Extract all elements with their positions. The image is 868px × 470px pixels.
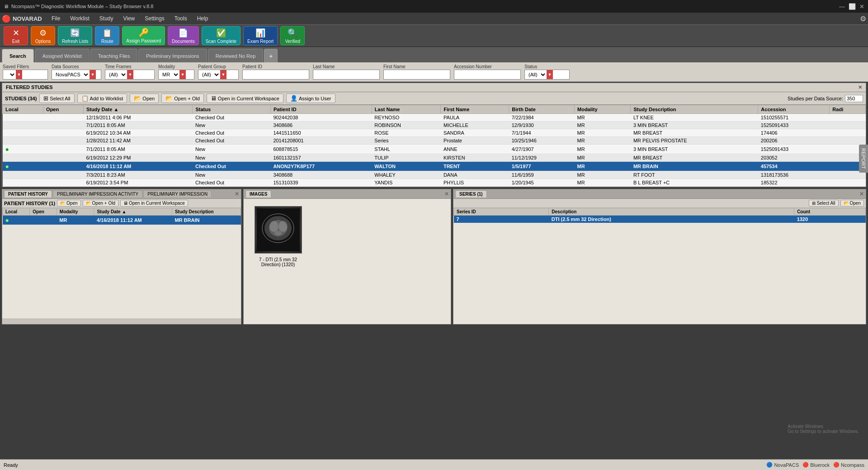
image-thumbnail[interactable] [255, 206, 302, 254]
gear-icon[interactable]: ⚙ [860, 15, 866, 23]
ph-col-modality[interactable]: Modality [57, 208, 94, 216]
table-row[interactable]: 12/19/2011 4:06 PMChecked Out902442038RE… [3, 114, 866, 122]
ph-open-workspace-button[interactable]: 🖥 Open in Current Workspace [120, 200, 188, 207]
series-select-all-button[interactable]: ⊞ Select All [809, 200, 838, 207]
patient-group-select[interactable]: (All) [198, 70, 220, 79]
status-arrow[interactable]: ▼ [547, 70, 553, 79]
tab-teaching-files[interactable]: Teaching Files [90, 49, 137, 62]
col-study-date[interactable]: Study Date ▲ [83, 105, 193, 114]
col-local[interactable]: Local [3, 105, 43, 114]
accession-number-control[interactable] [454, 70, 521, 80]
images-panel-close[interactable]: ✕ [444, 191, 449, 197]
series-col-count[interactable]: Count [794, 208, 866, 216]
table-row[interactable]: ●7/1/2011 8:05 AMNew608878515STAHLANNE4/… [3, 145, 866, 154]
assign-user-button[interactable]: 👤 Assign to User [286, 94, 335, 103]
tab-preliminary-impressions[interactable]: Preliminary Impressions [138, 49, 207, 62]
menu-help[interactable]: Help [193, 14, 213, 23]
table-row[interactable]: 6/19/2012 10:34 AMChecked Out1441511650R… [3, 129, 866, 137]
images-tab[interactable]: IMAGES [245, 190, 271, 197]
maximize-button[interactable]: ⬜ [849, 3, 856, 10]
ph-col-date[interactable]: Study Date ▲ [94, 208, 172, 216]
series-col-description[interactable]: Description [549, 208, 794, 216]
image-thumbnail-item[interactable]: 7 - DTI (2.5 mm 32 Direction) (1320) [247, 202, 309, 269]
patient-id-input[interactable] [245, 71, 307, 76]
patient-group-control[interactable]: (All) ▼ [198, 70, 239, 80]
titlebar-controls[interactable]: — ⬜ ✕ [839, 3, 864, 10]
assign-password-button[interactable]: 🔑 Assign Password [122, 26, 165, 45]
patient-id-control[interactable] [242, 70, 309, 80]
series-col-id[interactable]: Series ID [454, 208, 549, 216]
open-workspace-button[interactable]: 🖥 Open in Current Workspace [207, 94, 283, 103]
menu-tools[interactable]: Tools [170, 14, 192, 23]
exam-report-button[interactable]: 📊 Exam Report [243, 26, 278, 45]
saved-filters-select[interactable] [3, 70, 16, 79]
modality-select[interactable]: MR [159, 70, 179, 79]
modality-arrow[interactable]: ▼ [179, 70, 186, 79]
exit-button[interactable]: ✕ Exit [4, 26, 28, 45]
status-select[interactable]: (All) [525, 70, 547, 79]
options-button[interactable]: ⚙ Options [31, 26, 55, 45]
filtered-studies-close[interactable]: ✕ [858, 85, 862, 90]
preliminary-impression-activity-tab[interactable]: PRELIMINARY IMPRESSION ACTIVITY [53, 190, 142, 197]
per-ds-input[interactable] [845, 95, 863, 102]
table-row[interactable]: 6/19/2012 12:29 PMNew1601132157TULIPKIRS… [3, 154, 866, 162]
table-row[interactable]: 6/19/2012 3:54 PMChecked Out151310339YAN… [3, 179, 866, 187]
col-status[interactable]: Status [193, 105, 270, 114]
open-button[interactable]: 📂 Open [130, 94, 159, 103]
route-button[interactable]: 📋 Route [95, 26, 119, 45]
series-tab[interactable]: SERIES (1) [455, 190, 487, 197]
data-sources-arrow[interactable]: ▼ [90, 70, 96, 79]
table-row[interactable]: 7/3/2011 8:23 AMNew3408688WHALEYDANA11/6… [3, 171, 866, 179]
tab-assigned-worklist[interactable]: Assigned Worklist [35, 49, 90, 62]
open-old-button[interactable]: 📂 Open + Old [161, 94, 204, 103]
close-button[interactable]: ✕ [859, 3, 864, 10]
col-accession[interactable]: Accession [758, 105, 830, 114]
menu-settings[interactable]: Settings [140, 14, 169, 23]
accession-number-input[interactable] [456, 71, 519, 76]
table-row[interactable]: 7/1/2011 8:05 AMNew3408686ROBINSONMICHEL… [3, 122, 866, 129]
list-item[interactable]: ●MR4/16/2018 11:12 AMMR BRAIN [3, 216, 241, 225]
saved-filters-control[interactable]: ▼ [3, 70, 48, 80]
first-name-control[interactable] [383, 70, 450, 80]
col-study-description[interactable]: Study Description [631, 105, 758, 114]
add-to-worklist-button[interactable]: 📋 Add to Worklist [77, 94, 127, 103]
modality-control[interactable]: MR ▼ [158, 70, 194, 80]
col-last-name[interactable]: Last Name [372, 105, 441, 114]
select-all-button[interactable]: ⊞ Select All [39, 94, 74, 103]
documents-button[interactable]: 📄 Documents [168, 26, 199, 45]
status-control[interactable]: (All) ▼ [524, 70, 570, 80]
time-frames-control[interactable]: (All) ▼ [105, 70, 155, 80]
menu-worklist[interactable]: Worklist [66, 14, 94, 23]
list-item[interactable]: 7DTI (2.5 mm 32 Direction)1320 [454, 216, 866, 223]
menu-view[interactable]: View [118, 14, 139, 23]
menu-file[interactable]: File [47, 14, 65, 23]
verified-button[interactable]: 🔍 Verified [280, 26, 305, 45]
time-frames-select[interactable]: (All) [105, 70, 127, 79]
ph-col-local[interactable]: Local [3, 208, 30, 216]
patient-history-scrollbar[interactable] [2, 319, 241, 324]
series-panel-close[interactable]: ✕ [859, 191, 864, 197]
table-row[interactable]: ●4/16/2018 11:12 AMChecked OutANON2Y7K8P… [3, 162, 866, 171]
tab-add-button[interactable]: + [264, 49, 278, 62]
col-first-name[interactable]: First Name [441, 105, 509, 114]
saved-filters-arrow[interactable]: ▼ [16, 70, 22, 79]
data-sources-select[interactable]: NovaPACS [52, 70, 90, 79]
refresh-button[interactable]: 🔄 Refresh Lists [58, 26, 92, 45]
series-open-button[interactable]: 📂 Open [840, 200, 864, 207]
last-name-input[interactable] [315, 71, 377, 76]
patient-group-arrow[interactable]: ▼ [220, 70, 226, 79]
col-birth-date[interactable]: Birth Date [509, 105, 575, 114]
table-row[interactable]: 1/28/2012 11:42 AMChecked Out20141208001… [3, 137, 866, 145]
ph-col-description[interactable]: Study Description [172, 208, 241, 216]
preliminary-impression-tab[interactable]: PRELIMINARY IMPRESSION [143, 190, 212, 197]
ph-open-button[interactable]: 📂 Open [57, 200, 80, 207]
col-modality[interactable]: Modality [575, 105, 631, 114]
first-name-input[interactable] [386, 71, 448, 76]
col-open[interactable]: Open [43, 105, 84, 114]
col-radi[interactable]: Radi [830, 105, 866, 114]
scan-complete-button[interactable]: ✅ Scan Complete [202, 26, 241, 45]
tab-search[interactable]: Search [2, 49, 34, 62]
ph-col-open[interactable]: Open [30, 208, 57, 216]
data-sources-control[interactable]: NovaPACS ▼ [52, 70, 101, 80]
patient-panel-close[interactable]: ✕ [235, 191, 239, 197]
